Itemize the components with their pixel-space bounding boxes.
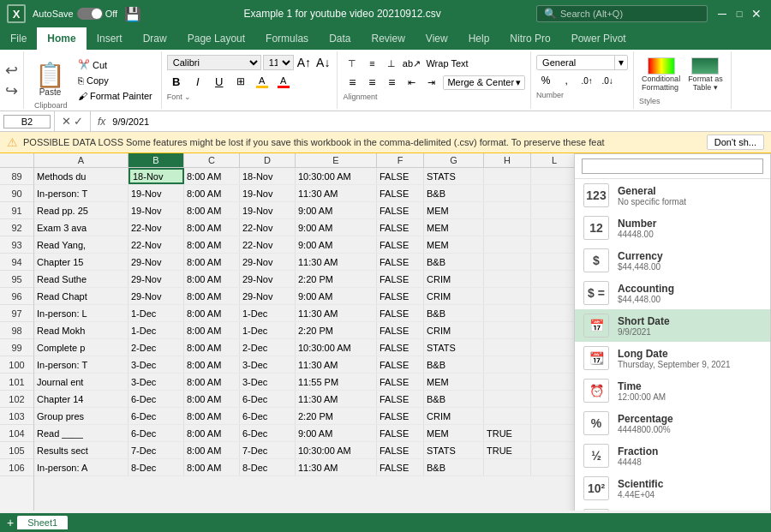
cell[interactable]: 29-Nov	[128, 254, 184, 270]
cell[interactable]: Read Suthe	[34, 271, 128, 287]
cell[interactable]: 19-Nov	[240, 185, 296, 201]
format-item-text[interactable]: abText44448	[575, 505, 770, 511]
cell[interactable]: 9:00 AM	[296, 425, 377, 441]
col-header-g[interactable]: G	[424, 153, 484, 167]
cell[interactable]: Exam 3 ava	[34, 219, 128, 236]
search-box[interactable]: 🔍 Search (Alt+Q)	[536, 5, 708, 22]
tab-file[interactable]: File	[0, 27, 37, 50]
cell[interactable]	[484, 288, 531, 304]
align-left-btn[interactable]: ≡	[343, 74, 362, 91]
merge-dropdown-arrow[interactable]: ▾	[516, 77, 521, 88]
align-center-btn[interactable]: ≡	[362, 74, 381, 91]
format-item-scientific[interactable]: 10²Scientific4.44E+04	[575, 472, 770, 505]
cell[interactable]: Complete p	[34, 339, 128, 356]
cell[interactable]	[484, 202, 531, 218]
cell[interactable]: In-person: T	[34, 356, 128, 373]
dont-show-btn[interactable]: Don't sh...	[707, 134, 764, 150]
cell[interactable]: FALSE	[377, 288, 424, 304]
cell[interactable]	[484, 322, 531, 338]
cell[interactable]	[484, 219, 531, 236]
cell[interactable]: MEM	[424, 374, 484, 390]
cell[interactable]	[484, 236, 531, 253]
cell[interactable]: 22-Nov	[128, 236, 184, 253]
cell[interactable]: 9:00 AM	[296, 202, 377, 218]
cell[interactable]: 8:00 AM	[184, 236, 240, 253]
col-header-b[interactable]: B	[128, 153, 184, 167]
cell[interactable]: 3-Dec	[128, 374, 184, 390]
cell[interactable]: 8:00 AM	[184, 356, 240, 373]
cell[interactable]: 3-Dec	[128, 356, 184, 373]
bold-btn[interactable]: B	[167, 72, 186, 91]
cell[interactable]: 8:00 AM	[184, 271, 240, 287]
cell[interactable]: 29-Nov	[128, 271, 184, 287]
cell[interactable]: 2-Dec	[240, 339, 296, 356]
cell[interactable]: 1-Dec	[240, 305, 296, 321]
align-middle-btn[interactable]: ≡	[362, 55, 381, 72]
conditional-formatting-btn[interactable]: ConditionalFormatting	[639, 55, 683, 94]
copy-btn[interactable]: ⎘ Copy	[75, 74, 156, 87]
col-header-h[interactable]: H	[484, 153, 531, 167]
format-painter-btn[interactable]: 🖌 Format Painter	[75, 89, 156, 103]
cell[interactable]	[484, 356, 531, 373]
italic-btn[interactable]: I	[188, 72, 207, 91]
number-format-dropdown-btn[interactable]: ▾	[614, 56, 627, 69]
cell[interactable]: 6-Dec	[128, 408, 184, 424]
cell[interactable]: 8:00 AM	[184, 374, 240, 390]
cell[interactable]: 22-Nov	[240, 236, 296, 253]
cell[interactable]: B&B	[424, 356, 484, 373]
paste-btn[interactable]: 📋 Paste	[29, 53, 71, 107]
cell[interactable]: 8:00 AM	[184, 185, 240, 201]
cell[interactable]: FALSE	[377, 305, 424, 321]
cell[interactable]: Read Mokh	[34, 322, 128, 338]
cell[interactable]: MEM	[424, 202, 484, 218]
cell[interactable]: CRIM	[424, 322, 484, 338]
cell[interactable]: 2:20 PM	[296, 322, 377, 338]
cell[interactable]: TRUE	[484, 425, 531, 441]
cell[interactable]: 7-Dec	[128, 442, 184, 458]
cell[interactable]: FALSE	[377, 322, 424, 338]
cell[interactable]: 19-Nov	[240, 202, 296, 218]
cell[interactable]: MEM	[424, 425, 484, 441]
row-header[interactable]: 106	[0, 459, 33, 476]
cell[interactable]: CRIM	[424, 408, 484, 424]
increase-decimal-btn[interactable]: .0↑	[577, 72, 596, 89]
cell[interactable]: FALSE	[377, 219, 424, 236]
cell[interactable]: 10:30:00 AM	[296, 168, 377, 184]
cell[interactable]: CRIM	[424, 288, 484, 304]
decrease-font-btn[interactable]: A↓	[314, 55, 332, 70]
add-sheet-btn[interactable]: +	[7, 516, 14, 529]
format-item-longdate[interactable]: 📆Long DateThursday, September 9, 2021	[575, 342, 770, 374]
cell[interactable]	[484, 459, 531, 475]
cell[interactable]: 8:00 AM	[184, 305, 240, 321]
cell[interactable]: B&B	[424, 305, 484, 321]
thousands-btn[interactable]: ,	[557, 72, 576, 89]
format-item-percentage[interactable]: %Percentage4444800.00%	[575, 407, 770, 439]
format-item-time[interactable]: ⏰Time12:00:00 AM	[575, 374, 770, 407]
cell[interactable]: FALSE	[377, 356, 424, 373]
cell[interactable]: FALSE	[377, 168, 424, 184]
row-header[interactable]: 100	[0, 356, 33, 374]
cell[interactable]: 11:30 AM	[296, 185, 377, 201]
cell[interactable]: CRIM	[424, 271, 484, 287]
format-item-currency[interactable]: $Currency$44,448.00	[575, 244, 770, 277]
close-btn[interactable]: ✕	[749, 6, 764, 21]
cell[interactable]: Chapter 14	[34, 391, 128, 407]
cell[interactable]: 29-Nov	[128, 288, 184, 304]
tab-view[interactable]: View	[415, 27, 458, 50]
cell[interactable]: 19-Nov	[128, 202, 184, 218]
cell[interactable]: FALSE	[377, 339, 424, 356]
cell[interactable]: 2:20 PM	[296, 408, 377, 424]
col-header-c[interactable]: C	[184, 153, 240, 167]
row-header[interactable]: 95	[0, 271, 33, 288]
tab-nitro[interactable]: Nitro Pro	[499, 27, 560, 50]
increase-indent-btn[interactable]: ⇥	[421, 74, 440, 91]
align-bottom-btn[interactable]: ⊥	[382, 55, 401, 72]
cell[interactable]: 3-Dec	[240, 356, 296, 373]
confirm-formula-btn[interactable]: ✓	[74, 115, 83, 128]
cell[interactable]: Methods du	[34, 168, 128, 184]
cell[interactable]: B&B	[424, 459, 484, 475]
tab-home[interactable]: Home	[37, 27, 86, 50]
tab-help[interactable]: Help	[458, 27, 500, 50]
cell[interactable]: 11:30 AM	[296, 356, 377, 373]
cell[interactable]: 8:00 AM	[184, 425, 240, 441]
